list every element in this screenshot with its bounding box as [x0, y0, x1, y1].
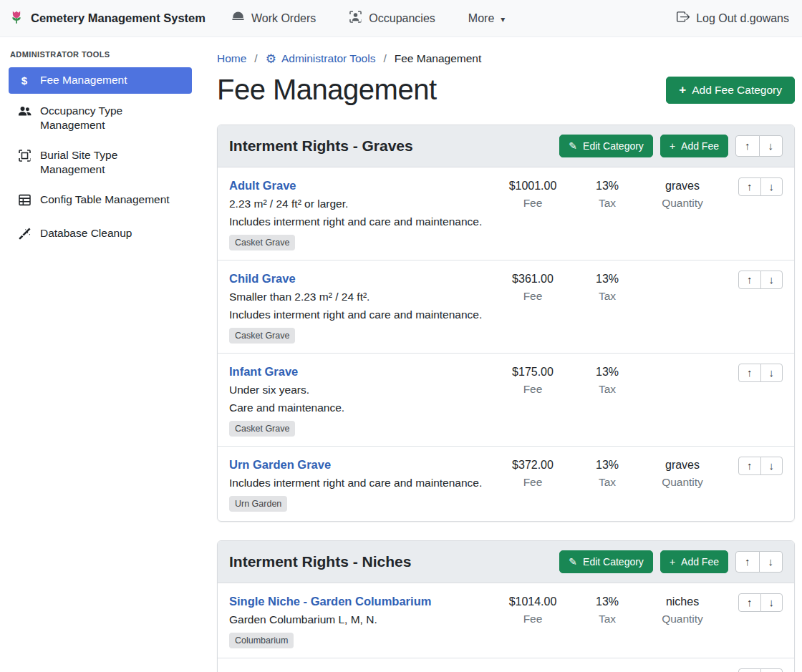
nav-work-orders-label: Work Orders: [251, 12, 316, 25]
sidebar-item-label: Burial Site Type Management: [40, 148, 183, 177]
fee-category-card: Interment Rights - Niches ✎ Edit Categor…: [217, 540, 795, 672]
fee-amount: $1001.00: [493, 177, 572, 194]
fee-descriptions: Includes interment right and care and ma…: [229, 474, 493, 491]
fee-quantity-unit: niches: [642, 668, 723, 672]
logout-link[interactable]: Log Out d.gowans: [676, 10, 789, 26]
arrow-down-icon: ↓: [769, 273, 775, 286]
fee-row: Infant Grave Under six years.Care and ma…: [218, 354, 794, 447]
fee-row-actions: ↑ ↓: [723, 668, 783, 672]
arrow-down-icon: ↓: [768, 555, 774, 568]
fee-description: Smaller than 2.23 m² / 24 ft².: [229, 288, 493, 305]
fee-tax-label: Tax: [572, 611, 642, 627]
sidebar: ADMINISTRATOR TOOLS $ Fee Management Occ…: [0, 37, 200, 672]
fee-row: Adult Grave 2.23 m² / 24 ft² or larger.I…: [218, 167, 794, 260]
fee-quantity-unit: graves: [642, 177, 723, 194]
fee-name-link[interactable]: Urn Garden Grave: [229, 456, 331, 473]
fee-name-link[interactable]: Adult Grave: [229, 177, 296, 194]
move-fee-down-button[interactable]: ↓: [760, 593, 783, 612]
fee-amount-cell: $1646.00 Fee: [493, 668, 572, 672]
fee-row-actions: ↑ ↓: [723, 270, 783, 289]
pencil-icon: ✎: [569, 557, 577, 567]
nav-more[interactable]: More ▾: [468, 10, 505, 26]
fee-name-link[interactable]: Single Niche - Garden Columbarium: [229, 593, 431, 610]
breadcrumb: Home / ⚙ Administrator Tools / Fee Manag…: [217, 52, 795, 65]
fee-amount-label: Fee: [493, 195, 572, 211]
fee-reorder-group: ↑ ↓: [738, 593, 783, 612]
add-fee-button[interactable]: + Add Fee: [660, 135, 728, 157]
move-fee-down-button[interactable]: ↓: [760, 271, 783, 289]
move-fee-down-button[interactable]: ↓: [760, 364, 783, 382]
breadcrumb-home-link[interactable]: Home: [217, 52, 246, 65]
fee-description: Garden Columbarium L, M, N.: [229, 611, 493, 628]
fee-name-link[interactable]: Infant Grave: [229, 363, 298, 380]
fee-name-link[interactable]: Child Grave: [229, 270, 296, 287]
fee-descriptions: Smaller than 2.23 m² / 24 ft².Includes i…: [229, 288, 493, 323]
move-fee-down-button[interactable]: ↓: [760, 457, 783, 475]
move-fee-up-button[interactable]: ↑: [738, 271, 761, 289]
move-fee-up-button[interactable]: ↑: [738, 668, 761, 672]
category-reorder-group: ↑ ↓: [735, 551, 783, 573]
fee-type-badge: Urn Garden: [229, 496, 287, 512]
move-fee-down-button[interactable]: ↓: [760, 668, 783, 672]
move-fee-up-button[interactable]: ↑: [738, 364, 761, 382]
fee-quantity-label: Quantity: [642, 195, 723, 211]
breadcrumb-admin-tools-link[interactable]: ⚙ Administrator Tools: [266, 52, 376, 65]
fee-description: Includes interment right and care and ma…: [229, 306, 493, 323]
fee-info: Urn Garden Grave Includes interment righ…: [229, 456, 493, 512]
nav-occupancies[interactable]: Occupancies: [349, 10, 435, 26]
nav-work-orders[interactable]: Work Orders: [231, 10, 316, 26]
fee-info: Child Grave Smaller than 2.23 m² / 24 ft…: [229, 270, 493, 344]
move-category-up-button[interactable]: ↑: [735, 135, 760, 157]
fee-amount: $372.00: [493, 457, 572, 473]
move-fee-up-button[interactable]: ↑: [738, 177, 761, 196]
fee-tax: 13%: [572, 668, 642, 672]
arrow-up-icon: ↑: [747, 366, 753, 379]
fee-name-link[interactable]: Companion Niche - Garden Columbarium: [229, 668, 461, 672]
chevron-down-icon: ▾: [501, 14, 505, 24]
add-fee-button[interactable]: + Add Fee: [660, 550, 728, 573]
edit-category-button[interactable]: ✎ Edit Category: [559, 550, 653, 573]
sidebar-item-burial-site-type-management[interactable]: Burial Site Type Management: [9, 142, 192, 182]
gear-icon: ⚙: [266, 53, 276, 65]
fee-reorder-group: ↑ ↓: [738, 457, 783, 475]
logout-label: Log Out d.gowans: [696, 12, 789, 25]
fee-tax-cell: 13% Tax: [572, 363, 642, 397]
category-header: Interment Rights - Niches ✎ Edit Categor…: [218, 541, 794, 583]
sidebar-item-occupancy-type-management[interactable]: Occupancy Type Management: [9, 98, 192, 138]
move-fee-up-button[interactable]: ↑: [738, 593, 761, 612]
main-content: Home / ⚙ Administrator Tools / Fee Manag…: [200, 37, 802, 672]
move-fee-up-button[interactable]: ↑: [738, 457, 761, 475]
fee-row-actions: ↑ ↓: [723, 456, 783, 475]
category-list: Interment Rights - Graves ✎ Edit Categor…: [217, 125, 795, 672]
app-brand[interactable]: Cemetery Management System: [9, 9, 206, 28]
fee-tax: 13%: [572, 593, 642, 610]
fee-tax-label: Tax: [572, 474, 642, 490]
edit-category-button[interactable]: ✎ Edit Category: [559, 135, 653, 157]
fee-amount-label: Fee: [493, 381, 572, 397]
fee-info: Infant Grave Under six years.Care and ma…: [229, 363, 493, 437]
arrow-up-icon: ↑: [747, 273, 753, 286]
add-fee-category-button[interactable]: + Add Fee Category: [666, 77, 795, 104]
people-icon: [17, 104, 32, 122]
category-title: Interment Rights - Graves: [229, 137, 559, 155]
fee-amount-cell: $361.00 Fee: [493, 270, 572, 304]
fee-amount-label: Fee: [493, 474, 572, 490]
move-fee-down-button[interactable]: ↓: [760, 177, 783, 196]
sidebar-item-fee-management[interactable]: $ Fee Management: [9, 67, 192, 94]
breadcrumb-separator: /: [383, 52, 386, 65]
fee-category-card: Interment Rights - Graves ✎ Edit Categor…: [217, 125, 795, 522]
move-category-down-button[interactable]: ↓: [759, 551, 783, 573]
breadcrumb-separator: /: [254, 52, 257, 65]
fee-reorder-group: ↑ ↓: [738, 668, 783, 672]
move-category-up-button[interactable]: ↑: [735, 551, 760, 573]
sidebar-item-database-cleanup[interactable]: Database Cleanup: [9, 220, 192, 250]
fee-quantity-label: Quantity: [642, 474, 723, 490]
move-category-down-button[interactable]: ↓: [759, 135, 783, 157]
sidebar-item-config-table-management[interactable]: Config Table Management: [9, 187, 192, 216]
fee-tax-label: Tax: [572, 195, 642, 211]
logout-icon: [676, 10, 690, 26]
fee-reorder-group: ↑ ↓: [738, 271, 783, 289]
bounding-box-icon: [17, 149, 32, 166]
fee-quantity-cell: graves Quantity: [642, 177, 723, 211]
arrow-down-icon: ↓: [769, 459, 775, 472]
